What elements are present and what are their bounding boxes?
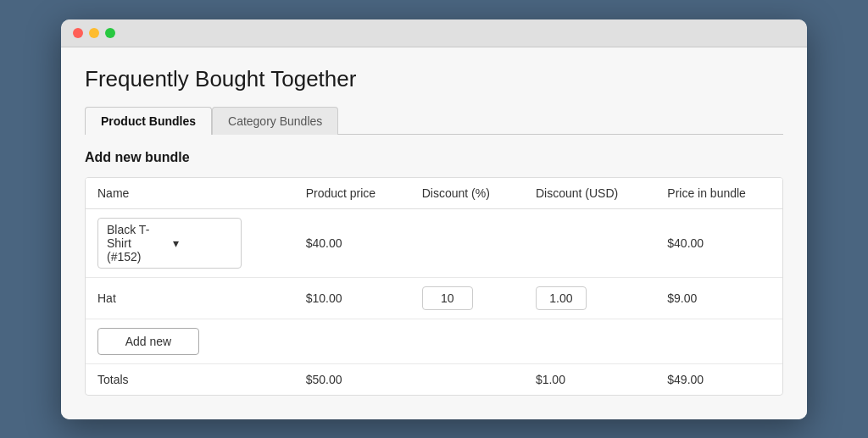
totals-product-price: $50.00	[294, 363, 410, 395]
tab-product-bundles[interactable]: Product Bundles	[85, 107, 212, 135]
totals-discount-usd: $1.00	[524, 363, 655, 395]
table-header-row: Name Product price Discount (%) Discount…	[86, 178, 782, 209]
row2-discount-pct	[410, 277, 524, 319]
product-select-value: Black T-Shirt (#152)	[107, 223, 166, 263]
row1-name-cell: Black T-Shirt (#152) ▾	[86, 208, 294, 277]
row2-name-cell: Hat	[86, 277, 294, 319]
table-row: Hat $10.00 $9.00	[86, 277, 782, 319]
col-header-discount-pct: Discount (%)	[410, 178, 524, 209]
add-new-cell: Add new	[86, 319, 294, 363]
main-content: Frequently Bought Together Product Bundl…	[61, 47, 807, 419]
row2-product-price: $10.00	[294, 277, 410, 319]
section-title: Add new bundle	[85, 150, 783, 165]
row2-discount-usd	[524, 277, 655, 319]
row2-price-in-bundle: $9.00	[655, 277, 782, 319]
bundle-table-wrapper: Name Product price Discount (%) Discount…	[85, 177, 783, 396]
tabs-container: Product Bundles Category Bundles	[85, 106, 783, 135]
col-header-product-price: Product price	[294, 178, 410, 209]
minimize-button[interactable]	[89, 28, 99, 38]
totals-row: Totals $50.00 $1.00 $49.00	[86, 363, 782, 395]
product-select[interactable]: Black T-Shirt (#152) ▾	[97, 218, 242, 269]
chevron-down-icon: ▾	[173, 236, 232, 250]
col-header-name: Name	[86, 178, 294, 209]
totals-discount-pct	[410, 363, 524, 395]
titlebar	[61, 19, 807, 47]
close-button[interactable]	[73, 28, 83, 38]
row1-discount-usd	[524, 208, 655, 277]
col-header-discount-usd: Discount (USD)	[524, 178, 655, 209]
add-new-row: Add new	[86, 319, 782, 363]
discount-pct-input[interactable]	[422, 286, 473, 310]
tab-category-bundles[interactable]: Category Bundles	[212, 107, 338, 135]
app-window: Frequently Bought Together Product Bundl…	[61, 19, 807, 419]
add-new-button[interactable]: Add new	[97, 328, 199, 355]
col-header-price-in-bundle: Price in bundle	[655, 178, 782, 209]
bundle-table: Name Product price Discount (%) Discount…	[86, 178, 782, 395]
totals-label: Totals	[86, 363, 294, 395]
table-row: Black T-Shirt (#152) ▾ $40.00 $40.00	[86, 208, 782, 277]
discount-usd-input[interactable]	[536, 286, 587, 310]
page-title: Frequently Bought Together	[85, 66, 783, 92]
row1-discount-pct	[410, 208, 524, 277]
totals-price-in-bundle: $49.00	[655, 363, 782, 395]
row1-price-in-bundle: $40.00	[655, 208, 782, 277]
maximize-button[interactable]	[105, 28, 115, 38]
row1-product-price: $40.00	[294, 208, 410, 277]
